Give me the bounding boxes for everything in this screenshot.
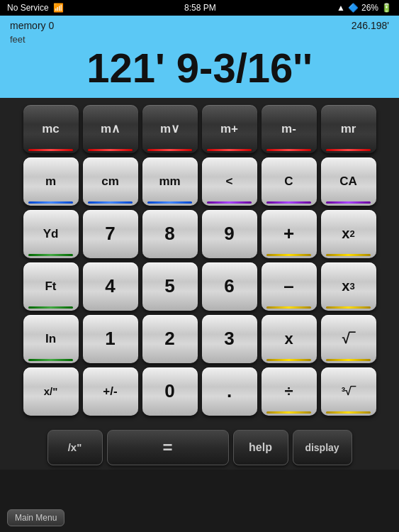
memory-row-buttons: mc m∧ m∨ m+ m- mr [6, 105, 393, 153]
7-button[interactable]: 7 [83, 210, 138, 258]
8-button[interactable]: 8 [142, 210, 198, 258]
mr-button[interactable]: mr [321, 105, 376, 153]
2-button[interactable]: 2 [142, 315, 198, 363]
battery-icon: 🔋 [381, 3, 392, 13]
x2-button[interactable]: x2 [321, 210, 376, 258]
display-area: memory 0 246.198' feet 121' 9-3/16'' [0, 16, 399, 98]
unit-label: feet [10, 34, 26, 45]
m-unit-button[interactable]: m [23, 157, 79, 206]
calc-body: mc m∧ m∨ m+ m- mr m cm mm < C CA Yd 7 8 … [0, 98, 399, 426]
m-plus-button[interactable]: m+ [202, 105, 257, 153]
divide-button[interactable]: ÷ [262, 367, 317, 416]
yd-button[interactable]: Yd [23, 210, 79, 258]
row-789: Yd 7 8 9 + x2 [6, 210, 393, 258]
ft-button[interactable]: Ft [23, 262, 79, 311]
mc-button[interactable]: mc [23, 105, 79, 153]
cbrt-button[interactable]: ³√‾ [321, 367, 376, 416]
m-down-button[interactable]: m∨ [142, 105, 198, 153]
mm-button[interactable]: mm [142, 157, 198, 206]
bottom-action-row: /x" = help display [0, 426, 399, 470]
location-icon: ▲ [337, 3, 345, 13]
sqrt-button[interactable]: √‾ [321, 315, 376, 363]
row-456: Ft 4 5 6 – x3 [6, 262, 393, 311]
equals-button[interactable]: = [107, 430, 229, 465]
unit-clear-row: m cm mm < C CA [6, 157, 393, 206]
c-button[interactable]: C [262, 157, 317, 206]
cm-button[interactable]: cm [83, 157, 138, 206]
main-menu-button[interactable]: Main Menu [7, 509, 64, 526]
m-up-button[interactable]: m∧ [83, 105, 138, 153]
negate-button[interactable]: +/- [83, 367, 138, 416]
help-button[interactable]: help [233, 430, 288, 465]
3-button[interactable]: 3 [202, 315, 257, 363]
memory-value: 246.198' [352, 20, 389, 31]
display-button[interactable]: display [293, 430, 352, 465]
plus-button[interactable]: + [262, 210, 317, 258]
backspace-button[interactable]: < [202, 157, 257, 206]
dot-button[interactable]: . [202, 367, 257, 416]
9-button[interactable]: 9 [202, 210, 257, 258]
main-display: 121' 9-3/16'' [10, 45, 389, 91]
memory-label: memory 0 [10, 20, 54, 31]
ca-button[interactable]: CA [321, 157, 376, 206]
x3-button[interactable]: x3 [321, 262, 376, 311]
m-minus-button[interactable]: m- [262, 105, 317, 153]
1-button[interactable]: 1 [83, 315, 138, 363]
battery-label: 26% [361, 3, 378, 13]
status-bar: No Service 📶 8:58 PM ▲ 🔷 26% 🔋 [0, 0, 399, 16]
wifi-icon: 📶 [53, 3, 64, 13]
carrier-label: No Service [7, 3, 49, 13]
4-button[interactable]: 4 [83, 262, 138, 311]
multiply-button[interactable]: x [262, 315, 317, 363]
6-button[interactable]: 6 [202, 262, 257, 311]
bluetooth-icon: 🔷 [348, 3, 359, 13]
minus-button[interactable]: – [262, 262, 317, 311]
time-label: 8:58 PM [184, 3, 216, 13]
in-button[interactable]: In [23, 315, 79, 363]
row-123: In 1 2 3 x √‾ [6, 315, 393, 363]
5-button[interactable]: 5 [142, 262, 198, 311]
xin-button[interactable]: x/" [23, 367, 79, 416]
slash-x-button[interactable]: /x" [47, 430, 103, 465]
memory-row: memory 0 246.198' [10, 20, 389, 31]
row-zero: x/" +/- 0 . ÷ ³√‾ [6, 367, 393, 416]
0-button[interactable]: 0 [142, 367, 198, 416]
